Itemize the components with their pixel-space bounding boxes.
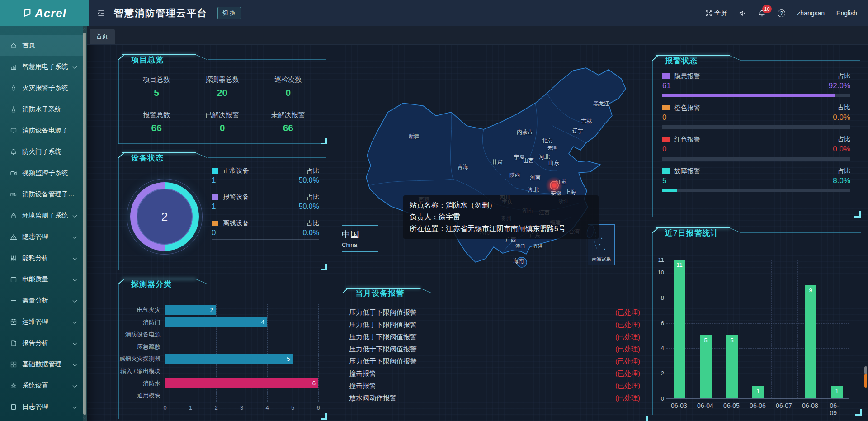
- sidebar-item-10[interactable]: 能耗分析: [0, 247, 83, 269]
- switch-button[interactable]: 切 换: [217, 7, 241, 19]
- logo-text: Acrel: [35, 6, 66, 20]
- panel-frame: [118, 143, 326, 144]
- overview-stat: 报警总数66: [124, 104, 189, 139]
- panel-frame: [118, 279, 124, 284]
- sidebar-item-label: 报告分析: [22, 339, 71, 347]
- panel-frame: [118, 284, 119, 419]
- sidebar-item-9[interactable]: 隐患管理: [0, 226, 83, 247]
- panel-frame: [118, 152, 124, 158]
- panel-title: 近7日报警统计: [665, 228, 718, 238]
- log-icon: [10, 403, 17, 411]
- chevron-down-icon: [73, 213, 77, 218]
- legend-values: 150.0%: [212, 202, 319, 213]
- page-scrollbar-thumb[interactable]: [864, 366, 867, 374]
- legend-line: 离线设备占比: [212, 218, 319, 228]
- legend-value: 1: [212, 202, 216, 211]
- header-main: 智慧消防管理云平台 切 换 全屏 10 ? zhangsan Engli: [89, 0, 868, 26]
- alarm-list-item[interactable]: 撞击报警(已处理): [349, 380, 640, 392]
- sidebar-scrollbar-thumb[interactable]: [83, 33, 86, 415]
- alarm-list-item[interactable]: 压力低于下限阀值报警(已处理): [349, 307, 640, 319]
- progress-track: [662, 189, 850, 192]
- panel-frame: [343, 293, 343, 421]
- app-root: Acrel 智慧消防管理云平台 切 换 全屏 10: [0, 0, 868, 421]
- legend-label: 报警设备: [223, 193, 307, 201]
- sidebar-item-13[interactable]: 运维管理: [0, 311, 83, 332]
- x-tick-label: 1: [189, 404, 192, 411]
- alarm-status-values: 00.0%: [662, 144, 850, 155]
- sidebar-item-6[interactable]: 视频监控子系统: [0, 162, 83, 184]
- bar-value-label: 5: [704, 337, 707, 398]
- sidebar-item-15[interactable]: 基础数据管理: [0, 354, 83, 375]
- weekly-x-axis: 06-0306-0406-0506-0606-0706-0806-09: [666, 402, 849, 411]
- notifications-button[interactable]: 10: [758, 9, 766, 17]
- overview-stat: 未解决报警66: [255, 104, 321, 139]
- tab-bar: 首页: [87, 26, 868, 45]
- mute-button[interactable]: [739, 9, 746, 17]
- sidebar-item-3[interactable]: 消防水子系统: [0, 99, 83, 120]
- stat-value: 5: [154, 87, 159, 98]
- sidebar-item-12[interactable]: 需量分析: [0, 290, 83, 311]
- bar-value-label: 1: [756, 388, 760, 398]
- detector-bar-zone: 6: [165, 377, 318, 389]
- overview-stat: 已解决报警0: [189, 104, 255, 139]
- calendar2-icon: [10, 318, 17, 326]
- tab-home[interactable]: 首页: [90, 29, 115, 44]
- panel-title: 当月设备报警: [355, 288, 404, 298]
- sidebar-item-11[interactable]: 电能质量: [0, 269, 83, 290]
- alarm-list-item[interactable]: 压力低于下限阀值报警(已处理): [349, 355, 640, 368]
- alarm-list-item[interactable]: 撞击报警(已处理): [349, 368, 640, 380]
- help-button[interactable]: ?: [778, 9, 785, 17]
- sidebar-item-8[interactable]: 环境监测子系统: [0, 205, 83, 226]
- panel-title: 项目总览: [131, 55, 164, 65]
- sidebar-item-14[interactable]: 报告分析: [0, 332, 83, 354]
- sidebar-item-1[interactable]: 智慧用电子系统: [0, 56, 83, 77]
- alarm-list-item[interactable]: 放水阀动作报警(已处理): [349, 392, 640, 404]
- sidebar-item-4[interactable]: 消防设备电源子系统: [0, 120, 83, 141]
- sidebar-item-17[interactable]: 日志管理: [0, 396, 83, 417]
- fullscreen-button[interactable]: 全屏: [705, 9, 727, 17]
- province-label: 黑龙江: [593, 100, 609, 108]
- chevron-down-icon: [73, 65, 77, 69]
- panel-project-overview: 项目总览 项目总数5探测器总数20巡检次数0报警总数66已解决报警0未解决报警6…: [118, 54, 326, 144]
- alarm-status-row: 故障报警占比58.0%: [662, 166, 850, 192]
- overview-stat: 探测器总数20: [189, 70, 255, 104]
- country-label: 中国 China: [342, 225, 378, 252]
- x-tick-label: 6: [316, 404, 320, 411]
- status-swatch: [662, 168, 670, 174]
- sidebar-item-5[interactable]: 防火门子系统: [0, 141, 83, 162]
- donut-center-value: 2: [137, 189, 193, 245]
- username[interactable]: zhangsan: [797, 9, 825, 17]
- sidebar-item-label: 系统设置: [22, 381, 71, 390]
- status-value: 61: [662, 81, 671, 90]
- brand-logo[interactable]: Acrel: [0, 0, 89, 26]
- x-tick-label: 06-06: [750, 402, 766, 409]
- sidebar-item-7[interactable]: 消防设备管理子系统: [0, 184, 83, 205]
- legend-values: 00.0%: [212, 228, 319, 240]
- detector-bar-zone: 4: [165, 316, 318, 328]
- weekly-bar: 1: [831, 386, 843, 398]
- panel-frame: [122, 152, 196, 153]
- sidebar-item-0[interactable]: 首页: [0, 35, 83, 56]
- sidebar-scrollbar[interactable]: [83, 26, 87, 421]
- province-label: 甘肃: [492, 158, 503, 166]
- panel-frame: [321, 264, 327, 270]
- alarm-list-item[interactable]: 压力低于下限阀值报警(已处理): [349, 331, 640, 343]
- legend-values: 150.0%: [212, 175, 319, 187]
- country-name-cn: 中国: [342, 229, 378, 241]
- sidebar-item-label: 消防水子系统: [22, 105, 76, 114]
- panel-frame: [326, 158, 326, 270]
- panel-frame: [652, 227, 658, 233]
- language-switch[interactable]: English: [836, 9, 857, 17]
- alarm-list-item[interactable]: 压力低于下限阀值报警(已处理): [349, 319, 640, 331]
- panel-frame: [652, 233, 653, 415]
- site-marker[interactable]: [546, 177, 563, 194]
- sidebar-item-16[interactable]: 系统设置: [0, 375, 83, 396]
- chevron-down-icon: [73, 298, 77, 303]
- collapse-menu-icon[interactable]: [97, 9, 106, 18]
- alarm-list-item[interactable]: 压力低于下限阀值报警(已处理): [349, 343, 640, 355]
- sidebar-item-2[interactable]: 火灾报警子系统: [0, 77, 83, 99]
- device-status-legend: 正常设备占比150.0%报警设备占比150.0%离线设备占比00.0%: [212, 166, 319, 245]
- page-scrollbar-marker[interactable]: [864, 374, 867, 388]
- panel-frame: [346, 288, 420, 289]
- main-content: 首页 项目总览 项目总数5探测器总数20巡检次数0报警总数66已解决报警0未解决…: [87, 26, 868, 421]
